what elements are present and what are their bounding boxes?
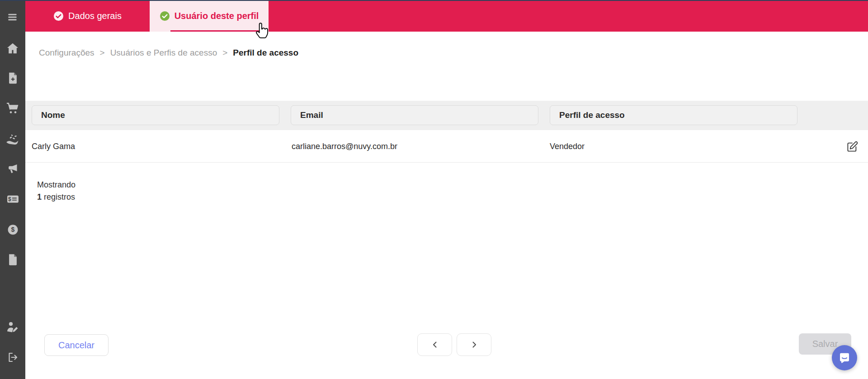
breadcrumb: Configurações > Usuários e Perfis de ace… (39, 47, 298, 59)
cell-email: carliane.barros@nuvy.com.br (292, 130, 397, 163)
tab-label: Dados gerais (68, 11, 122, 21)
app-window: $ $ Dados gerais Usuário deste perfil (0, 0, 868, 379)
wizard-tab-bar: Dados gerais Usuário deste perfil (25, 0, 868, 32)
edit-row-button[interactable] (845, 140, 859, 153)
logout-icon[interactable] (0, 347, 25, 367)
tab-usuario-deste-perfil[interactable]: Usuário deste perfil (150, 0, 269, 32)
next-page-button[interactable] (457, 333, 491, 356)
dollar-circle-icon[interactable]: $ (0, 220, 25, 239)
chevron-right-icon (471, 341, 478, 348)
user-edit-icon[interactable] (0, 317, 25, 337)
records-unit-label: registros (44, 192, 75, 201)
breadcrumb-current-page: Perfil de acesso (233, 48, 298, 58)
chat-launcher-button[interactable] (832, 345, 857, 370)
megaphone-icon[interactable] (0, 159, 25, 179)
check-circle-icon (53, 11, 64, 21)
svg-text:$: $ (8, 196, 11, 202)
prev-page-button[interactable] (417, 333, 452, 356)
email-filter-input[interactable] (291, 105, 538, 125)
pencil-square-icon (846, 140, 859, 153)
table-filter-header (25, 101, 868, 130)
breadcrumb-separator: > (100, 48, 105, 58)
table-row: Carly Gama carliane.barros@nuvy.com.br V… (25, 130, 868, 163)
sidebar: $ $ (0, 0, 25, 379)
window-top-edge (0, 0, 868, 1)
records-count: 1 (37, 192, 42, 201)
breadcrumb-separator: > (222, 48, 227, 58)
records-summary-label: Mostrando (37, 179, 75, 191)
billing-icon[interactable]: $ (0, 189, 25, 209)
menu-icon[interactable] (0, 7, 25, 27)
home-icon[interactable] (0, 38, 25, 58)
hand-coins-icon[interactable] (0, 129, 25, 149)
cell-nome: Carly Gama (32, 130, 75, 163)
svg-text:$: $ (11, 226, 14, 233)
tab-dados-gerais[interactable]: Dados gerais (25, 0, 150, 32)
file-plus-icon[interactable] (0, 68, 25, 88)
messenger-icon (838, 351, 851, 365)
perfil-filter-input[interactable] (550, 105, 797, 125)
cancel-button[interactable]: Cancelar (44, 334, 108, 356)
records-summary: Mostrando 1 registros (37, 179, 75, 203)
cart-icon[interactable] (0, 98, 25, 118)
cell-perfil: Vendedor (550, 130, 585, 163)
row-divider (25, 162, 868, 163)
active-tab-indicator (170, 30, 261, 32)
check-circle-icon (160, 11, 170, 21)
tab-label: Usuário deste perfil (175, 11, 259, 21)
breadcrumb-item-configuracoes[interactable]: Configurações (39, 48, 94, 58)
breadcrumb-item-usuarios-perfis[interactable]: Usuários e Perfis de acesso (110, 48, 217, 58)
nome-filter-input[interactable] (32, 105, 279, 125)
document-icon[interactable] (0, 250, 25, 270)
chevron-left-icon (431, 341, 439, 348)
